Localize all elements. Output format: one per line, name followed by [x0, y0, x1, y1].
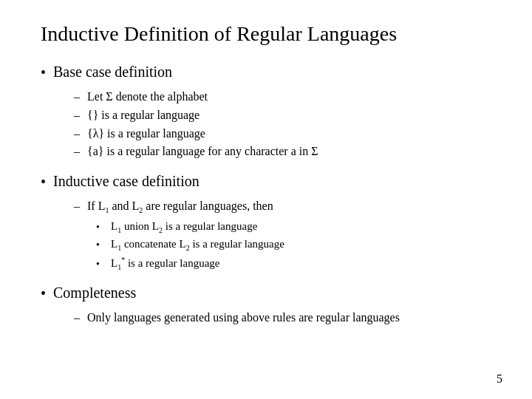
sub-item-text: Let Σ denote the alphabet — [87, 88, 208, 106]
dash-icon: – — [74, 309, 81, 327]
sub-list-inductive: – If L1 and L2 are regular languages, th… — [74, 197, 491, 273]
section-completeness: • Completeness – Only languages generate… — [41, 283, 491, 327]
section-base-case: • Base case definition – Let Σ denote th… — [41, 62, 491, 161]
section-inductive-case: • Inductive case definition – If L1 and … — [41, 171, 491, 273]
list-item: – {} is a regular language — [74, 106, 491, 125]
dash-icon: – — [74, 125, 81, 143]
slide-title: Inductive Definition of Regular Language… — [41, 22, 491, 46]
sub-sub-text: L1* is a regular language — [111, 254, 219, 273]
slide: Inductive Definition of Regular Language… — [0, 0, 532, 399]
sub-list-completeness: – Only languages generated using above r… — [74, 309, 491, 327]
list-item: – Let Σ denote the alphabet — [74, 88, 491, 106]
sub-sub-list: ● L1 union L2 is a regular language ● L1… — [96, 218, 491, 273]
bullet-completeness: • Completeness — [41, 283, 491, 303]
sub-item-text: {λ} is a regular language — [87, 125, 205, 143]
dash-icon: – — [74, 197, 81, 216]
sub-item-text: If L1 and L2 are regular languages, then — [87, 197, 273, 216]
list-item: – Only languages generated using above r… — [74, 309, 491, 327]
list-item: ● L1* is a regular language — [96, 254, 491, 273]
sub-sub-text: L1 concatenate L2 is a regular language — [111, 236, 284, 254]
bullet-text-2: Inductive case definition — [53, 171, 200, 191]
dash-icon: – — [74, 143, 81, 161]
list-item: – If L1 and L2 are regular languages, th… — [74, 197, 491, 216]
dash-icon: – — [74, 88, 81, 106]
list-item: – {a} is a regular language for any char… — [74, 143, 491, 161]
bullet-text-1: Base case definition — [53, 62, 172, 81]
bullet-icon: ● — [96, 240, 105, 249]
bullet-icon: ● — [96, 259, 105, 268]
bullet-text-3: Completeness — [53, 283, 136, 302]
dash-icon: – — [74, 106, 81, 125]
sub-sub-text: L1 union L2 is a regular language — [111, 218, 257, 236]
list-item: ● L1 concatenate L2 is a regular languag… — [96, 236, 491, 254]
list-item: ● L1 union L2 is a regular language — [96, 218, 491, 236]
page-number: 5 — [497, 372, 502, 386]
sub-item-text: Only languages generated using above rul… — [87, 309, 400, 327]
bullet-icon: ● — [96, 222, 105, 231]
bullet-inductive-case: • Inductive case definition — [41, 171, 491, 191]
bullet-dot-2: • — [41, 172, 46, 191]
bullet-base-case: • Base case definition — [41, 62, 491, 82]
sub-item-text: {a} is a regular language for any charac… — [87, 143, 318, 161]
list-item: – {λ} is a regular language — [74, 125, 491, 143]
sub-list-base-case: – Let Σ denote the alphabet – {} is a re… — [74, 88, 491, 161]
sub-item-text: {} is a regular language — [87, 106, 200, 125]
bullet-dot-3: • — [41, 284, 46, 303]
bullet-dot-1: • — [41, 63, 46, 82]
